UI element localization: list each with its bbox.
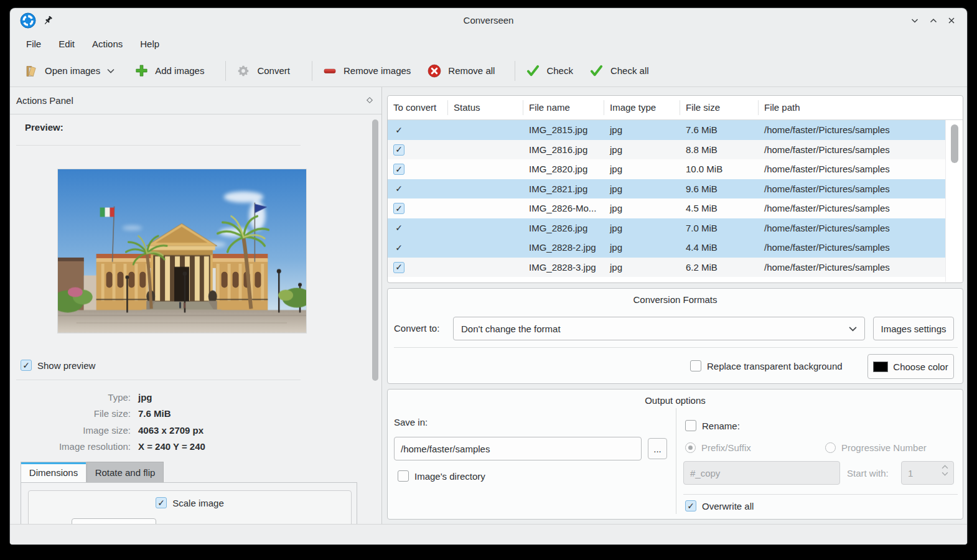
overwrite-all-checkbox[interactable] [685,500,696,511]
menu-file[interactable]: File [17,33,50,55]
file-table-body: IMG_2815.jpgjpg7.6 MiB/home/faster/Pictu… [388,120,963,277]
menu-actions[interactable]: Actions [83,33,131,55]
divider [394,347,958,348]
to-convert-checkbox[interactable] [393,124,404,136]
desktop: Converseen File Edit Actions Help Ope [0,0,977,560]
add-images-button[interactable]: Add images [134,63,204,78]
table-row[interactable]: IMG_2826.jpgjpg7.0 MiB/home/faster/Pictu… [388,218,946,238]
actions-panel-header[interactable]: Actions Panel [10,87,381,114]
to-convert-checkbox[interactable] [393,223,404,234]
col-file-size[interactable]: File size [680,100,759,115]
to-convert-checkbox[interactable] [393,262,404,273]
start-with-spinner[interactable]: 1 [901,461,954,485]
rename-label: Rename: [702,421,740,431]
rename-pattern-input[interactable]: #_copy [683,461,840,485]
file-size-cell: 7.6 MiB [680,124,759,135]
file-name-cell: IMG_2816.jpg [523,144,604,155]
image-type-cell: jpg [604,144,680,155]
spinner-arrows[interactable] [942,465,948,476]
float-diamond-icon[interactable] [365,96,374,105]
chevron-up-icon [942,465,948,469]
col-to-convert[interactable]: To convert [388,100,448,115]
col-file-name[interactable]: File name [523,100,604,115]
table-scrollbar-track[interactable] [945,120,963,282]
to-convert-checkbox[interactable] [393,242,404,253]
toolbar: Open images Add images Convert [10,55,967,87]
format-combobox[interactable]: Don't change the format [453,317,865,340]
file-name-cell: IMG_2828-2.jpg [523,242,604,253]
choose-color-label: Choose color [893,362,948,372]
table-scrollbar-thumb[interactable] [951,124,958,163]
toolbar-separator [312,61,312,81]
file-name-cell: IMG_2820.jpg [523,164,604,174]
show-preview-checkbox[interactable] [21,360,32,371]
table-row[interactable]: IMG_2815.jpgjpg7.6 MiB/home/faster/Pictu… [388,120,946,140]
to-convert-checkbox[interactable] [393,184,404,195]
table-row[interactable]: IMG_2820.jpgjpg10.0 MiB/home/faster/Pict… [388,159,946,179]
remove-all-button[interactable]: Remove all [427,63,495,78]
file-name-cell: IMG_2828-3.jpg [523,262,604,273]
file-path-cell: /home/faster/Pictures/samples [759,242,946,253]
image-type-cell: jpg [604,184,680,194]
file-size-label: File size: [20,408,131,419]
file-size-cell: 4.5 MiB [680,203,759,213]
scale-width-input[interactable] [72,518,156,524]
browse-button[interactable]: ... [648,438,667,459]
table-row[interactable]: IMG_2828-2.jpgjpg4.4 MiB/home/faster/Pic… [388,238,946,258]
file-name-cell: IMG_2815.jpg [523,124,604,135]
remove-images-button[interactable]: Remove images [322,63,411,78]
table-row[interactable]: IMG_2828-3.jpgjpg6.2 MiB/home/faster/Pic… [388,258,946,278]
choose-color-button[interactable]: Choose color [867,354,954,379]
table-row[interactable]: IMG_2816.jpgjpg8.8 MiB/home/faster/Pictu… [388,140,946,160]
check-label: Check [546,65,573,76]
table-row[interactable]: IMG_2821.jpgjpg9.6 MiB/home/faster/Pictu… [388,179,946,199]
start-with-label: Start with: [847,468,889,478]
title-bar[interactable]: Converseen [10,8,967,33]
close-button[interactable] [945,14,958,27]
minimize-button[interactable] [909,14,921,27]
file-name-cell: IMG_2826.jpg [523,223,604,233]
save-path-input[interactable]: /home/faster/samples [394,437,642,460]
image-type-cell: jpg [604,242,680,253]
menu-help[interactable]: Help [131,33,168,55]
image-size-value: 4063 x 2709 px [138,425,205,436]
divider [683,494,958,495]
col-file-path[interactable]: File path [759,100,946,115]
scale-image-checkbox[interactable] [156,497,167,508]
col-status[interactable]: Status [448,100,523,115]
file-size-cell: 4.4 MiB [680,242,759,253]
rename-checkbox[interactable] [685,420,696,431]
open-images-button[interactable]: Open images [24,63,115,78]
images-directory-checkbox[interactable] [398,470,409,482]
file-path-cell: /home/faster/Pictures/samples [759,262,946,273]
prefix-suffix-radio[interactable] [685,442,696,453]
maximize-button[interactable] [927,14,940,27]
file-size-cell: 10.0 MiB [680,164,759,174]
image-type-cell: jpg [604,124,680,135]
images-settings-button[interactable]: Images settings [873,317,954,340]
to-convert-cell [388,222,448,234]
replace-transparent-checkbox[interactable] [690,360,701,371]
convert-button[interactable]: Convert [236,63,290,78]
save-path-value: /home/faster/samples [401,444,490,454]
add-plus-icon [134,63,149,78]
menu-edit[interactable]: Edit [50,33,83,55]
tab-dimensions[interactable]: Dimensions [21,462,86,483]
image-info: Type: jpg File size: 7.6 MiB Image size:… [20,389,205,455]
check-button[interactable]: Check [525,63,573,78]
tab-rotate-and-flip[interactable]: Rotate and flip [86,462,164,483]
rename-row: Rename: [685,420,740,431]
convert-label: Convert [257,65,290,76]
preview-label: Preview: [25,122,63,133]
col-image-type[interactable]: Image type [604,100,680,115]
check-all-button[interactable]: Check all [589,63,649,78]
add-images-label: Add images [155,65,204,76]
to-convert-checkbox[interactable] [393,144,404,156]
to-convert-checkbox[interactable] [393,164,404,175]
panel-scrollbar[interactable] [372,119,378,381]
replace-transparent-label: Replace transparent background [707,361,843,371]
to-convert-cell [388,242,448,254]
to-convert-checkbox[interactable] [393,203,404,214]
table-row[interactable]: IMG_2826-Mo...jpg4.5 MiB/home/faster/Pic… [388,198,946,218]
progressive-number-radio[interactable] [825,442,836,453]
